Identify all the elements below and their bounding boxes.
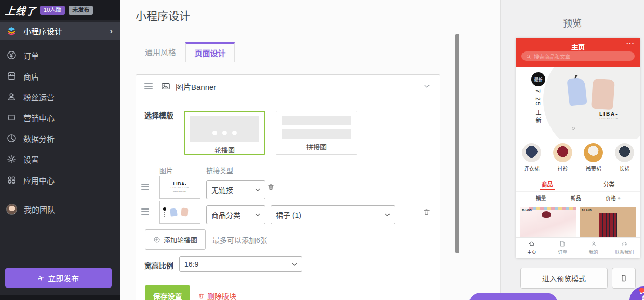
sidebar-item-marketing[interactable]: 营销中心 — [0, 107, 120, 128]
sidebar-item-orders[interactable]: 订单 — [0, 45, 120, 66]
storefront-icon — [6, 71, 17, 81]
sidebar-item-label: 粉丝运营 — [23, 92, 55, 102]
link-target-select[interactable]: 裙子 (1) — [271, 205, 395, 224]
phone-product-grid: E·LAND E·LAND — [516, 206, 640, 237]
delete-module-button[interactable]: 删除版块 — [198, 291, 236, 300]
add-carousel-button[interactable]: 添加轮播图 — [145, 229, 206, 250]
delete-row-icon[interactable] — [267, 182, 275, 191]
category-item[interactable]: 连衣裙 — [522, 143, 541, 172]
phone-banner-slide[interactable]: 最新 7.25 上新 LIBA- COLLECTION — [516, 67, 640, 139]
add-hint-text: 最多可以添加6张 — [212, 234, 267, 245]
delete-row-icon[interactable] — [423, 207, 431, 216]
publish-label: 立即发布 — [48, 272, 79, 283]
sidebar-footer-strip — [0, 295, 120, 300]
sidebar-item-fans[interactable]: 粉丝运营 — [0, 86, 120, 107]
thumb-brand: LIBA- — [173, 181, 186, 186]
module-header[interactable]: 图片Banner — [136, 75, 440, 98]
logo-bar: 上线了 10人版 未发布 — [0, 0, 120, 20]
publish-button[interactable]: ✈ 立即发布 — [5, 268, 112, 288]
banner-module-panel: 图片Banner 选择模版 轮播图 拼接图 图片 链接类型 LIBA- COLL… — [136, 74, 440, 300]
caret-down-icon — [254, 213, 260, 217]
chevron-down-icon[interactable] — [422, 82, 432, 91]
sidebar-item-label: 应用中心 — [23, 175, 55, 186]
category-item[interactable]: 衬衫 — [553, 143, 572, 172]
phone-menu-dots-icon[interactable]: ··· — [626, 40, 635, 47]
module-title: 图片Banner — [176, 81, 422, 92]
sort-diamond-icon: ◆ — [618, 196, 620, 200]
yen-circle-icon — [6, 50, 17, 60]
phone-tab-products[interactable]: 商品 — [516, 176, 578, 191]
ratio-select[interactable]: 16:9 — [179, 256, 302, 272]
preview-title: 预览 — [501, 16, 644, 29]
save-settings-button[interactable]: 保存设置 — [145, 285, 190, 300]
banner-image-thumb-2[interactable] — [159, 201, 200, 224]
category-item[interactable]: 吊带裙 — [584, 143, 603, 172]
chevron-right-icon: › — [110, 27, 113, 35]
phone-nav-mine[interactable]: 我的 — [578, 238, 609, 258]
sort-price[interactable]: 价格 ◆ — [606, 194, 620, 202]
phone-nav-orders[interactable]: 订单 — [547, 238, 579, 258]
category-image — [615, 143, 634, 162]
sidebar-item-design[interactable]: 小程序设计 › — [0, 22, 120, 40]
sort-new[interactable]: 新品 — [571, 194, 581, 202]
banner-vertical-text: 7.25 上新 — [534, 89, 542, 124]
product-brand: E·LAND — [582, 208, 592, 212]
link-column-label: 链接类型 — [206, 165, 233, 175]
template-name: 轮播图 — [185, 145, 264, 154]
search-placeholder: 搜索商品和文章 — [534, 53, 570, 60]
gear-icon — [6, 154, 17, 164]
carousel-thumbnail — [190, 116, 259, 142]
phone-product-tabs: 商品 分类 — [516, 176, 640, 191]
enter-preview-button[interactable]: 进入预览模式 — [520, 268, 608, 289]
device-preview-button[interactable] — [612, 268, 636, 289]
delete-module-label: 删除版块 — [207, 291, 236, 300]
sidebar-item-apps[interactable]: 应用中心 — [0, 169, 120, 190]
phone-search-bar[interactable]: 搜索商品和文章 — [521, 51, 635, 61]
promo-banner-button[interactable]: 👍 — [469, 293, 558, 300]
sidebar: 上线了 10人版 未发布 小程序设计 › 订单 — [0, 0, 120, 300]
phone-tab-categories[interactable]: 分类 — [578, 176, 640, 191]
select-value: 无链接 — [211, 185, 233, 195]
app-logo: 上线了 — [5, 3, 37, 17]
page-title: 小程序设计 — [136, 7, 190, 23]
sidebar-item-label: 商店 — [23, 71, 39, 82]
drag-handle-icon[interactable] — [144, 83, 153, 89]
link-type-select-2[interactable]: 商品分类 — [206, 205, 265, 224]
product-image[interactable]: E·LAND — [520, 207, 576, 237]
product-image[interactable]: E·LAND — [580, 207, 636, 237]
category-label: 连衣裙 — [524, 164, 540, 172]
sidebar-nav: 订单 商店 粉丝运营 营销中心 — [0, 45, 120, 190]
phone-header: 主页 ··· 搜索商品和文章 — [516, 38, 640, 67]
sidebar-item-label: 我的团队 — [24, 204, 55, 215]
product-brand: E·LAND — [522, 208, 532, 212]
banner-image-thumb-1[interactable]: LIBA- COLLECTION NEW ARRIVAL — [159, 176, 200, 199]
tab-page-design[interactable]: 页面设计 — [185, 42, 235, 62]
tab-general-style[interactable]: 通用风格 — [136, 42, 185, 61]
sidebar-item-analytics[interactable]: 数据分析 — [0, 128, 120, 149]
template-collage[interactable]: 拼接图 — [276, 111, 357, 155]
phone-nav-home[interactable]: 主页 — [516, 238, 547, 258]
template-carousel[interactable]: 轮播图 — [184, 111, 265, 155]
category-item[interactable]: 长裙 — [615, 143, 634, 172]
banner-brand: LIBA- COLLECTION — [599, 111, 619, 120]
sidebar-item-team[interactable]: 我的团队 — [0, 199, 120, 219]
thumb-graphic — [170, 208, 177, 216]
link-type-select-1[interactable]: 无链接 — [206, 180, 265, 199]
thumb-tag: NEW ARRIVAL — [171, 190, 189, 193]
category-image — [522, 143, 541, 162]
phone-nav-contact[interactable]: 联系我们 — [609, 238, 640, 258]
thumb-sub: COLLECTION — [171, 186, 190, 189]
sort-sales[interactable]: 销量 — [536, 194, 546, 202]
sidebar-item-settings[interactable]: 设置 — [0, 149, 120, 169]
person-icon — [6, 92, 17, 102]
nav-label: 联系我们 — [615, 249, 634, 255]
phone-tab-bar: 主页 订单 我的 联系我们 — [516, 237, 640, 258]
plan-badge: 10人版 — [40, 6, 65, 15]
image-column-label: 图片 — [159, 165, 173, 175]
category-label: 衬衫 — [557, 164, 568, 172]
banner-brand-name: LIBA- — [599, 111, 619, 117]
row-drag-handle-icon[interactable] — [141, 184, 149, 190]
row-drag-handle-icon[interactable] — [141, 208, 149, 215]
main-scrollbar-thumb[interactable] — [455, 34, 459, 253]
sidebar-item-shop[interactable]: 商店 — [0, 66, 120, 86]
